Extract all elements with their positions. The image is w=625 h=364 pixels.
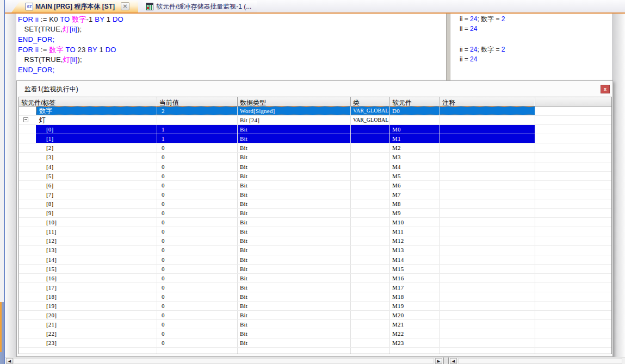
watch-row[interactable]: [3]0BitM3: [19, 153, 611, 162]
code-line: FOR ii := 数字 TO 23 BY 1 DO: [18, 45, 116, 55]
scroll-left-icon[interactable]: ◀: [6, 358, 13, 364]
col-header-filler: [535, 97, 611, 106]
row-class: [351, 172, 390, 180]
scroll-right-icon[interactable]: ▶: [435, 358, 442, 364]
watch-row[interactable]: [4]0BitM4: [19, 162, 611, 172]
watch-window[interactable]: 监看1(监视执行中) x 软元件/标签 当前值 数据类型 类 软元件 注释 数字…: [16, 80, 613, 357]
col-header-class[interactable]: 类: [351, 97, 390, 106]
tree-indent-cell: [19, 246, 36, 254]
watch-row[interactable]: 灯Bit [24]VAR_GLOBAL: [19, 116, 611, 125]
watch-row[interactable]: [20]0BitM20: [19, 311, 611, 320]
row-data-type: Bit: [238, 246, 351, 254]
watch-row[interactable]: [5]0BitM5: [19, 172, 611, 181]
row-filler: [535, 125, 611, 134]
watch-row[interactable]: [9]0BitM9: [19, 209, 611, 218]
row-filler: [535, 283, 611, 292]
row-device: M23: [390, 338, 440, 347]
watch-row[interactable]: [15]0BitM15: [19, 265, 611, 274]
tree-indent-cell: [19, 153, 36, 161]
row-label: [20]: [36, 311, 157, 319]
watch-row[interactable]: [0]1BitM0: [19, 125, 611, 134]
scrollbar-thumb2[interactable]: [458, 358, 622, 364]
tree-indent-cell: [19, 302, 36, 310]
watch-row[interactable]: [7]0BitM7: [19, 190, 611, 199]
watch-row[interactable]: [16]0BitM16: [19, 274, 611, 283]
row-label: [1]: [36, 134, 157, 143]
watch-table-body: 数字2Word[Signed]VAR_GLOBALD0灯Bit [24]VAR_…: [19, 106, 611, 354]
watch-row[interactable]: [8]0BitM8: [19, 199, 611, 209]
row-class: [351, 143, 390, 152]
row-label: [3]: [36, 153, 157, 161]
row-device: M13: [390, 246, 440, 254]
row-class: [351, 218, 390, 227]
watch-row[interactable]: [22]0BitM22: [19, 329, 611, 338]
row-class: [351, 153, 390, 161]
watch-row[interactable]: [11]0BitM11: [19, 227, 611, 236]
code-line: SET(TRUE,灯[ii]);: [18, 24, 82, 34]
watch-row[interactable]: [17]0BitM17: [19, 283, 611, 292]
empty-stub-row: [19, 348, 611, 354]
watch-row[interactable]: [21]0BitM21: [19, 320, 611, 329]
tab-main-prg-st[interactable]: ST MAIN [PRG] 程序本体 [ST]: [11, 1, 138, 12]
watch-row[interactable]: [12]0BitM12: [19, 236, 611, 246]
watch-row[interactable]: [23]0BitM23: [19, 338, 611, 348]
row-current-value: 0: [157, 311, 238, 319]
row-data-type: Bit [24]: [238, 116, 351, 124]
tree-indent-cell: [19, 338, 36, 347]
row-label: [5]: [36, 172, 157, 180]
tree-indent-cell: [19, 255, 36, 264]
watch-row[interactable]: 数字2Word[Signed]VAR_GLOBALD0: [19, 106, 611, 116]
row-data-type: Bit: [238, 199, 351, 208]
row-label: [23]: [36, 338, 157, 347]
row-label: [21]: [36, 320, 157, 329]
row-device: M0: [390, 125, 440, 134]
row-class: [351, 265, 390, 273]
watch-row[interactable]: [6]0BitM6: [19, 181, 611, 190]
row-device: M6: [390, 181, 440, 190]
row-class: [351, 134, 390, 143]
row-comment: [440, 116, 535, 124]
tab-close-icon[interactable]: ✕: [121, 2, 129, 10]
watch-row[interactable]: [1]1BitM1: [19, 134, 611, 143]
st-document-icon: ST: [26, 3, 33, 10]
row-class: [351, 274, 390, 283]
row-filler: [535, 209, 611, 217]
row-device: M20: [390, 311, 440, 319]
col-header-data-type[interactable]: 数据类型: [238, 97, 351, 106]
collapse-expander-icon[interactable]: [23, 117, 28, 122]
row-filler: [535, 172, 611, 180]
row-label: 数字: [36, 106, 157, 115]
row-data-type: Bit: [238, 274, 351, 283]
watch-row[interactable]: [2]0BitM2: [19, 143, 611, 153]
scrollbar-pane-splitter[interactable]: [443, 357, 449, 364]
tree-indent-cell: [19, 134, 36, 143]
col-header-current-value[interactable]: 当前值: [157, 97, 238, 106]
monitor-line: ii = 24: [460, 54, 477, 65]
tree-indent-cell: [19, 236, 36, 245]
row-current-value: [157, 116, 238, 124]
row-data-type: Bit: [238, 143, 351, 152]
row-comment: [440, 311, 535, 319]
horizontal-scrollbar[interactable]: ◀ ▶ ◀: [5, 357, 625, 364]
row-device: M14: [390, 255, 440, 264]
row-comment: [440, 125, 535, 134]
watch-row[interactable]: [13]0BitM13: [19, 246, 611, 255]
col-header-device[interactable]: 软元件: [390, 97, 440, 106]
scrollbar-thumb[interactable]: [13, 358, 434, 364]
watch-close-button[interactable]: x: [601, 85, 610, 93]
row-current-value: 0: [157, 274, 238, 283]
watch-row[interactable]: [19]0BitM19: [19, 302, 611, 311]
row-current-value: 0: [157, 153, 238, 161]
col-header-device-label[interactable]: 软元件/标签: [19, 97, 157, 106]
col-header-comment[interactable]: 注释: [440, 97, 535, 106]
watch-row[interactable]: [10]0BitM10: [19, 218, 611, 227]
row-data-type: Bit: [238, 320, 351, 329]
scroll-left2-icon[interactable]: ◀: [450, 358, 457, 364]
watch-row[interactable]: [14]0BitM14: [19, 255, 611, 265]
row-class: [351, 227, 390, 236]
tab-device-buffer-monitor[interactable]: 软元件/缓冲存储器批量监视-1 (...: [139, 1, 257, 12]
row-filler: [535, 265, 611, 273]
row-data-type: Bit: [238, 209, 351, 217]
row-label: [16]: [36, 274, 157, 283]
watch-row[interactable]: [18]0BitM18: [19, 292, 611, 302]
